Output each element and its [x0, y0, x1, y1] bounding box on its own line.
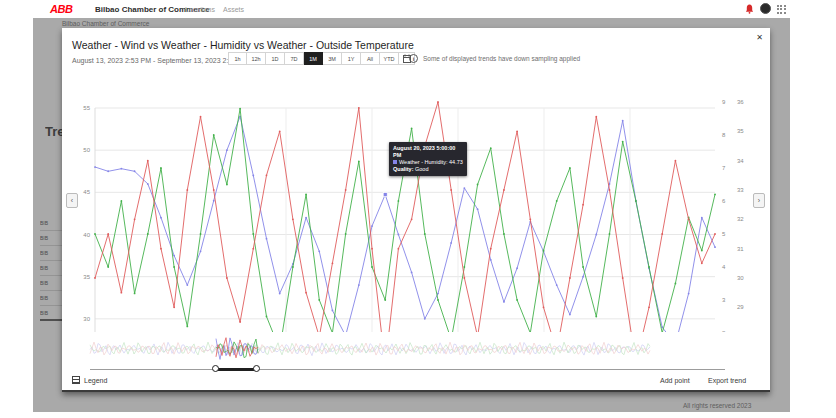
screen: ABB Bilbao Chamber of Commerce Locations…	[0, 0, 836, 418]
series-swatch	[393, 160, 397, 164]
trend-chart[interactable]: 55504540353025Aug 20, 03:00Aug 20, 11:00…	[62, 64, 770, 332]
info-icon: i	[409, 54, 418, 63]
legend-icon	[72, 376, 80, 384]
copyright-text: All rights reserved 2023	[683, 402, 751, 409]
chart-tooltip: August 20, 2023 5:00:00 PM Weather - Hum…	[389, 142, 467, 176]
tooltip-quality-row: Quality: Good	[393, 166, 463, 173]
right-axis2-tick: 30	[737, 275, 744, 281]
right-axis1-tick: 9	[722, 99, 726, 105]
nav-locations[interactable]: Locations	[185, 6, 215, 13]
top-app-bar: ABB Bilbao Chamber of Commerce Locations…	[33, 0, 790, 18]
left-axis-tick: 40	[83, 232, 90, 238]
slider-handle-left[interactable]	[212, 365, 219, 372]
time-window-slider[interactable]	[62, 364, 770, 376]
trend-title: Weather - Wind vs Weather - Humidity vs …	[72, 39, 414, 51]
slider-handle-right[interactable]	[253, 365, 260, 372]
legend-button[interactable]: Legend	[72, 376, 107, 384]
right-axis1-tick: 5	[722, 231, 726, 237]
right-axis2-tick: 36	[737, 99, 744, 105]
right-axis1-tick: 2	[722, 330, 726, 332]
right-axis1-tick: 6	[722, 198, 726, 204]
right-axis1-tick: 8	[722, 132, 726, 138]
tooltip-series-label: Weather - Humidity:	[399, 159, 448, 165]
add-point-button[interactable]: Add point	[660, 377, 690, 384]
trend-modal: ✕ Weather - Wind vs Weather - Humidity v…	[62, 28, 770, 392]
app-switcher-icon[interactable]	[777, 5, 786, 14]
close-icon[interactable]: ✕	[756, 34, 763, 42]
user-avatar[interactable]	[760, 3, 771, 14]
tooltip-quality-label: Quality:	[393, 166, 413, 172]
breadcrumb[interactable]: Bilbao Chamber of Commerce	[62, 20, 149, 27]
next-chart-button[interactable]: ›	[753, 193, 765, 208]
right-axis1-tick: 4	[722, 264, 726, 270]
right-axis2-tick: 31	[737, 246, 744, 252]
slider-selection[interactable]	[216, 368, 257, 371]
right-axis2-tick: 29	[737, 304, 744, 310]
tooltip-quality-value: Good	[415, 166, 428, 172]
left-axis-tick: 45	[83, 189, 90, 195]
left-axis-tick: 30	[83, 316, 90, 322]
tooltip-timestamp: August 20, 2023 5:00:00 PM	[393, 145, 463, 159]
previous-chart-button[interactable]: ‹	[66, 193, 78, 208]
left-axis-tick: 55	[83, 105, 90, 111]
date-range-text: August 13, 2023 2:53 PM - September 13, …	[72, 57, 249, 64]
series-line-weather-outside-temperature	[95, 102, 715, 332]
right-axis1-tick: 3	[722, 297, 726, 303]
info-text: Some of displayed trends have down sampl…	[423, 55, 580, 62]
right-axis2-tick: 34	[737, 158, 744, 164]
right-axis2-tick: 32	[737, 216, 744, 222]
selected-point-marker	[383, 193, 387, 197]
export-trend-button[interactable]: Export trend	[708, 377, 746, 384]
right-axis1-tick: 7	[722, 165, 726, 171]
right-axis2-tick: 35	[737, 128, 744, 134]
right-axis2-tick: 33	[737, 187, 744, 193]
notification-bell-icon[interactable]	[745, 4, 754, 14]
tooltip-value: 44.73	[449, 159, 463, 165]
left-axis-tick: 50	[83, 147, 90, 153]
overview-sparkline	[62, 336, 770, 362]
legend-label: Legend	[84, 377, 107, 384]
tooltip-series-row: Weather - Humidity: 44.73	[393, 159, 463, 166]
left-axis-tick: 35	[83, 274, 90, 280]
slider-track[interactable]	[90, 369, 725, 370]
nav-assets[interactable]: Assets	[223, 6, 244, 13]
downsampling-info: i Some of displayed trends have down sam…	[409, 54, 580, 63]
abb-logo: ABB	[50, 3, 72, 15]
